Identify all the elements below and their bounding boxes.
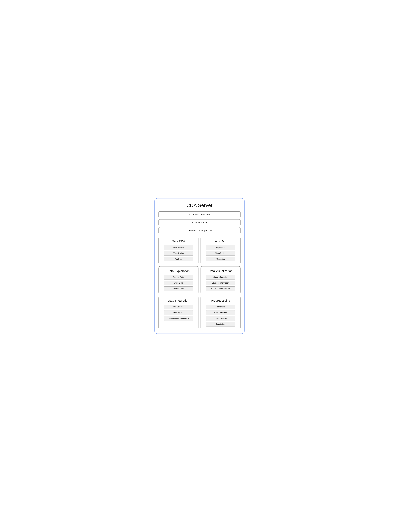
module-auto-ml: Auto MLRegressionClassificationClusterin… (201, 237, 241, 264)
module-preprocessing: PreprocessingRefinementError DetectionOu… (201, 296, 241, 329)
item-pill-auto-ml-1[interactable]: Classification (206, 251, 235, 256)
module-title-data-integration: Data Integration (168, 299, 189, 303)
item-pill-preprocessing-1[interactable]: Error Detection (206, 310, 235, 315)
top-box-0: CDA Web Front-end (158, 211, 241, 218)
item-pill-data-integration-2[interactable]: Integrated Data Management (164, 316, 193, 321)
item-pill-preprocessing-0[interactable]: Refinement (206, 304, 235, 309)
item-pill-data-exploration-0[interactable]: Domain Data (164, 275, 193, 279)
item-pill-data-integration-0[interactable]: Data Selection (164, 304, 193, 309)
page-title: CDA Server (158, 203, 241, 208)
item-pill-data-exploration-1[interactable]: Cycle Data (164, 281, 193, 285)
item-pill-data-visualization-0[interactable]: Visual Information (206, 275, 235, 279)
item-pill-auto-ml-2[interactable]: Clustering (206, 257, 235, 261)
item-pill-data-visualization-1[interactable]: Statistics Information (206, 281, 235, 285)
module-title-data-exploration: Data Exploration (167, 269, 190, 273)
modules-grid: Data EDABasic portfolioVisualizationAnal… (158, 237, 241, 329)
top-box-2: TS/Meta Data Ingestion (158, 227, 241, 234)
item-pill-auto-ml-0[interactable]: Regression (206, 245, 235, 250)
module-items-preprocessing: RefinementError DetectionOutlier Detecti… (203, 304, 238, 327)
module-data-exploration: Data ExplorationDomain DataCycle DataFea… (158, 266, 198, 294)
module-data-visualization: Data VisualizationVisual InformationStat… (201, 266, 241, 294)
module-title-auto-ml: Auto ML (215, 240, 226, 243)
module-title-data-eda: Data EDA (172, 240, 185, 243)
module-data-integration: Data IntegrationData SelectionData Integ… (158, 296, 198, 329)
item-pill-preprocessing-3[interactable]: Imputation (206, 322, 235, 327)
module-data-eda: Data EDABasic portfolioVisualizationAnal… (158, 237, 198, 264)
top-box-1: CDA Rest-API (158, 219, 241, 226)
item-pill-data-exploration-2[interactable]: Feature Data (164, 286, 193, 291)
item-pill-data-eda-0[interactable]: Basic portfolio (164, 245, 193, 250)
module-items-data-visualization: Visual InformationStatistics Information… (203, 275, 238, 291)
module-title-data-visualization: Data Visualization (209, 269, 233, 273)
module-items-data-integration: Data SelectionData IntegrationIntegrated… (161, 304, 196, 321)
item-pill-data-eda-2[interactable]: Analysis (164, 257, 193, 261)
item-pill-data-visualization-2[interactable]: CLUST Data Structure (206, 286, 235, 291)
module-items-data-eda: Basic portfolioVisualizationAnalysis (161, 245, 196, 261)
module-items-data-exploration: Domain DataCycle DataFeature Data (161, 275, 196, 291)
module-items-auto-ml: RegressionClassificationClustering (203, 245, 238, 261)
item-pill-preprocessing-2[interactable]: Outlier Detection (206, 316, 235, 321)
outer-container: CDA Server CDA Web Front-endCDA Rest-API… (154, 198, 245, 334)
item-pill-data-integration-1[interactable]: Data Integration (164, 310, 193, 315)
item-pill-data-eda-1[interactable]: Visualization (164, 251, 193, 256)
top-section: CDA Web Front-endCDA Rest-APITS/Meta Dat… (158, 211, 241, 234)
module-title-preprocessing: Preprocessing (211, 299, 230, 303)
